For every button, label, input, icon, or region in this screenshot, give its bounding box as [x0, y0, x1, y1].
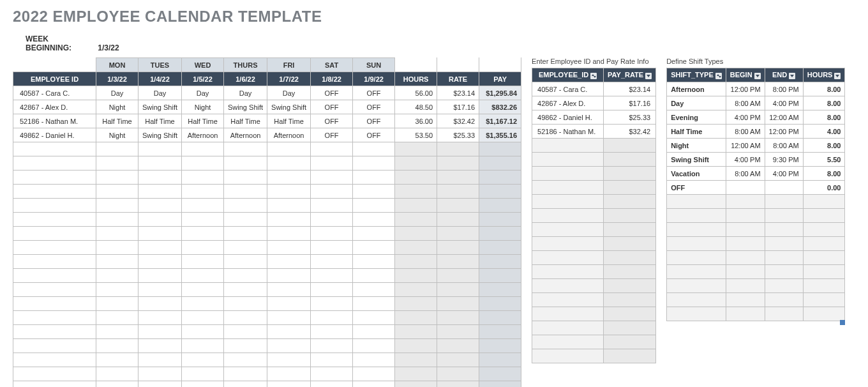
header-date-2[interactable]: 1/5/22	[182, 72, 224, 86]
shift-row[interactable]: Swing Shift4:00 PM9:30 PM5.50	[667, 153, 845, 167]
cell-shift-type[interactable]: Night	[667, 139, 726, 153]
empinfo-row[interactable]: 40587 - Cara C.$23.14	[532, 82, 656, 96]
empinfo-row-empty[interactable]	[532, 209, 656, 223]
shift-row-empty[interactable]	[667, 237, 845, 251]
shift-header-hours[interactable]: HOURS	[803, 68, 845, 82]
shift-header-end[interactable]: END	[765, 68, 803, 82]
shift-row[interactable]: Day8:00 AM4:00 PM8.00	[667, 96, 845, 110]
schedule-row-empty[interactable]	[13, 269, 521, 283]
cell-shift[interactable]: Night	[96, 128, 138, 142]
cell-emp-id[interactable]: 40587 - Cara C.	[532, 82, 604, 96]
cell-shift[interactable]: OFF	[311, 86, 353, 100]
cell-shift[interactable]: Afternoon	[182, 128, 224, 142]
shift-row[interactable]: Afternoon12:00 PM8:00 PM8.00	[667, 82, 845, 96]
cell-hours[interactable]: 8.00	[803, 139, 845, 153]
cell-shift[interactable]: Afternoon	[267, 128, 311, 142]
shift-row[interactable]: Half Time8:00 AM12:00 PM4.00	[667, 125, 845, 139]
empinfo-row-empty[interactable]	[532, 321, 656, 335]
cell-shift[interactable]: Swing Shift	[267, 100, 311, 114]
header-date-3[interactable]: 1/6/22	[224, 72, 267, 86]
shift-row-empty[interactable]	[667, 251, 845, 265]
cell-employee[interactable]: 49862 - Daniel H.	[13, 128, 96, 142]
header-date-0[interactable]: 1/3/22	[96, 72, 138, 86]
cell-hours[interactable]: 4.00	[803, 125, 845, 139]
schedule-row-empty[interactable]	[13, 297, 521, 311]
empinfo-header-rate[interactable]: PAY_RATE	[604, 68, 656, 82]
cell-hours[interactable]: 8.00	[803, 110, 845, 125]
filter-icon[interactable]	[754, 73, 761, 79]
schedule-row-empty[interactable]	[13, 241, 521, 255]
table-resize-handle[interactable]	[840, 320, 845, 325]
schedule-row-empty[interactable]	[13, 255, 521, 269]
empinfo-row[interactable]: 52186 - Nathan M.$32.42	[532, 125, 656, 139]
cell-hours[interactable]: 0.00	[803, 181, 845, 195]
cell-shift[interactable]: Half Time	[182, 114, 224, 128]
cell-shift[interactable]: OFF	[311, 114, 353, 128]
empinfo-row-empty[interactable]	[532, 223, 656, 237]
header-rate[interactable]: RATE	[437, 72, 479, 86]
schedule-row[interactable]: 42867 - Alex D.NightSwing ShiftNightSwin…	[13, 100, 521, 114]
cell-shift[interactable]: Day	[224, 86, 267, 100]
schedule-row-empty[interactable]	[13, 142, 521, 156]
cell-employee[interactable]: 52186 - Nathan M.	[13, 114, 96, 128]
shift-row-empty[interactable]	[667, 195, 845, 209]
cell-shift[interactable]: OFF	[353, 86, 395, 100]
cell-shift[interactable]: Night	[96, 100, 138, 114]
cell-pay-rate[interactable]: $25.33	[604, 110, 656, 125]
schedule-row-empty[interactable]	[13, 283, 521, 297]
shift-header-begin[interactable]: BEGIN	[726, 68, 765, 82]
cell-begin[interactable]: 12:00 PM	[726, 82, 765, 96]
schedule-row-empty[interactable]	[13, 156, 521, 171]
shift-row[interactable]: Night12:00 AM8:00 AM8.00	[667, 139, 845, 153]
header-pay[interactable]: PAY	[479, 72, 521, 86]
header-hours[interactable]: HOURS	[395, 72, 437, 86]
cell-pay-rate[interactable]: $17.16	[604, 96, 656, 110]
cell-shift[interactable]: Day	[96, 86, 138, 100]
schedule-row[interactable]: 49862 - Daniel H.NightSwing ShiftAfterno…	[13, 128, 521, 142]
cell-shift-type[interactable]: Day	[667, 96, 726, 110]
cell-begin[interactable]: 4:00 PM	[726, 110, 765, 125]
cell-hours[interactable]: 8.00	[803, 167, 845, 181]
cell-end[interactable]: 8:00 PM	[765, 82, 803, 96]
shift-row-empty[interactable]	[667, 223, 845, 237]
sort-icon[interactable]	[715, 73, 722, 79]
empinfo-row-empty[interactable]	[532, 153, 656, 167]
empinfo-header-id[interactable]: EMPLOYEE_ID	[532, 68, 604, 82]
shift-row-empty[interactable]	[667, 279, 845, 293]
empinfo-row-empty[interactable]	[532, 251, 656, 265]
cell-shift[interactable]: Swing Shift	[224, 100, 267, 114]
schedule-table[interactable]: MON TUES WED THURS FRI SAT SUN EMPLOYEE …	[13, 57, 521, 387]
cell-shift-type[interactable]: Vacation	[667, 167, 726, 181]
cell-shift-type[interactable]: Half Time	[667, 125, 726, 139]
cell-shift[interactable]: OFF	[353, 100, 395, 114]
filter-icon[interactable]	[834, 73, 841, 79]
cell-begin[interactable]	[726, 181, 765, 195]
cell-employee[interactable]: 42867 - Alex D.	[13, 100, 96, 114]
cell-hours[interactable]: 5.50	[803, 153, 845, 167]
cell-hours[interactable]: 8.00	[803, 96, 845, 110]
cell-shift-type[interactable]: Swing Shift	[667, 153, 726, 167]
cell-emp-id[interactable]: 42867 - Alex D.	[532, 96, 604, 110]
schedule-row-empty[interactable]	[13, 199, 521, 213]
cell-begin[interactable]: 8:00 AM	[726, 96, 765, 110]
cell-shift-type[interactable]: OFF	[667, 181, 726, 195]
schedule-row-empty[interactable]	[13, 311, 521, 325]
employee-info-table[interactable]: EMPLOYEE_ID PAY_RATE 40587 - Cara C.$23.…	[532, 68, 656, 363]
cell-end[interactable]: 12:00 AM	[765, 110, 803, 125]
schedule-row-empty[interactable]	[13, 171, 521, 185]
cell-end[interactable]: 4:00 PM	[765, 96, 803, 110]
cell-shift[interactable]: Day	[138, 86, 182, 100]
cell-shift[interactable]: Half Time	[267, 114, 311, 128]
empinfo-row-empty[interactable]	[532, 237, 656, 251]
empinfo-row[interactable]: 42867 - Alex D.$17.16	[532, 96, 656, 110]
schedule-row-empty[interactable]	[13, 367, 521, 381]
empinfo-row[interactable]: 49862 - Daniel H.$25.33	[532, 110, 656, 125]
cell-employee[interactable]: 40587 - Cara C.	[13, 86, 96, 100]
cell-shift[interactable]: Swing Shift	[138, 128, 182, 142]
cell-begin[interactable]: 8:00 AM	[726, 125, 765, 139]
cell-pay-rate[interactable]: $32.42	[604, 125, 656, 139]
cell-end[interactable]: 8:00 AM	[765, 139, 803, 153]
schedule-row[interactable]: 52186 - Nathan M.Half TimeHalf TimeHalf …	[13, 114, 521, 128]
empinfo-row-empty[interactable]	[532, 307, 656, 321]
shift-row-empty[interactable]	[667, 209, 845, 223]
